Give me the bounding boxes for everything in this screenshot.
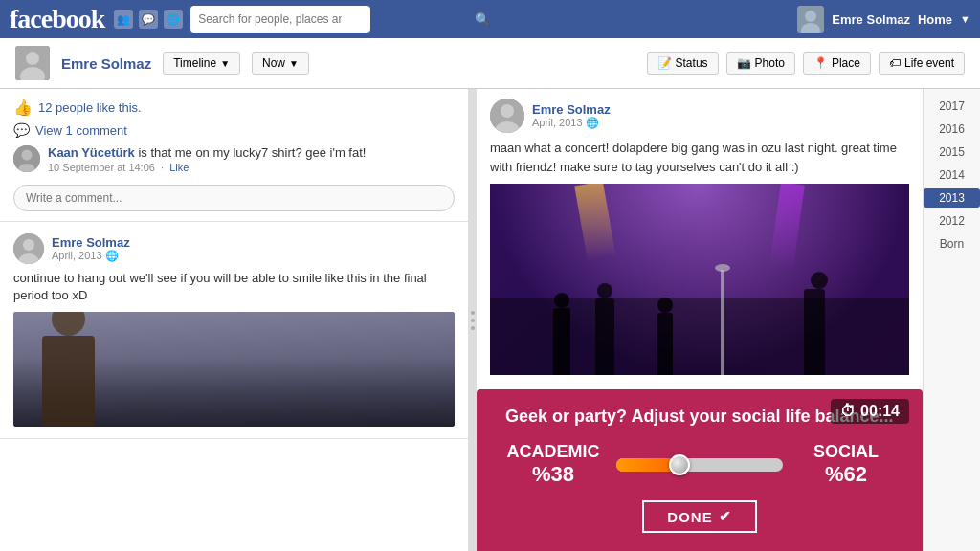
globe-icon[interactable]: 🌐 <box>164 10 183 29</box>
svg-point-4 <box>26 52 39 65</box>
post2-avatar <box>13 233 44 264</box>
post2-text: continue to hang out we'll see if you wi… <box>13 270 455 304</box>
nav-dropdown-icon[interactable]: ▼ <box>960 13 970 25</box>
chat-icon[interactable]: 💬 <box>139 10 158 29</box>
timeline-dropdown-icon: ▼ <box>220 58 230 69</box>
timeline-year-2015[interactable]: 2015 <box>924 143 980 162</box>
timeline-year-2012[interactable]: 2012 <box>924 211 980 231</box>
like-count: 12 people like this. <box>38 100 142 115</box>
now-button[interactable]: Now ▼ <box>252 52 309 75</box>
thumbs-up-icon: 👍 <box>13 99 33 117</box>
friends-icon[interactable]: 👥 <box>114 10 133 29</box>
timer-icon: ⏱ <box>840 403 856 420</box>
post2-date: April, 2013 🌐 <box>52 250 130 262</box>
timeline-year-2014[interactable]: 2014 <box>924 165 980 185</box>
profile-header: Emre Solmaz Timeline ▼ Now ▼ 📝 Status 📷 … <box>0 38 980 89</box>
svg-point-7 <box>22 150 33 161</box>
timer-value: 00:14 <box>860 403 900 420</box>
game-overlay: ⏱ 00:14 Geek or party? Adjust your socia… <box>477 389 923 551</box>
timeline-year-2016[interactable]: 2016 <box>924 120 980 139</box>
user-name-nav[interactable]: Emre Solmaz <box>832 12 910 27</box>
search-input[interactable] <box>190 6 370 33</box>
post2-privacy-icon: 🌐 <box>105 250 119 261</box>
timeline-button[interactable]: Timeline ▼ <box>163 52 240 75</box>
timeline-year-2013[interactable]: 2013 <box>924 188 980 208</box>
post3-date: April, 2013 🌐 <box>532 117 611 129</box>
view-comments-link[interactable]: View 1 comment <box>35 123 127 138</box>
search-button[interactable]: 🔍 <box>475 12 491 27</box>
right-post-avatar <box>490 99 524 133</box>
place-icon: 📍 <box>813 56 828 70</box>
svg-point-10 <box>23 239 34 251</box>
post-comments-section: 👍 12 people like this. 💬 View 1 comment … <box>0 89 468 222</box>
slider-track[interactable] <box>616 458 783 472</box>
comment-icon: 💬 <box>13 122 30 138</box>
done-button[interactable]: DONE ✔ <box>642 500 756 533</box>
post3-text: maan what a concert! dolapdere big gang … <box>490 139 909 176</box>
facebook-logo: facebook <box>10 4 104 34</box>
comment-text: is that me on my lucky7 shirt? gee i'm f… <box>138 145 366 160</box>
now-dropdown-icon: ▼ <box>289 58 299 69</box>
social-label: SOCIAL %62 <box>798 442 894 487</box>
checkmark-icon: ✔ <box>719 508 732 525</box>
status-button[interactable]: 📝 Status <box>647 52 719 75</box>
academic-label: ACADEMIC %38 <box>505 442 601 487</box>
timeline-year-2017[interactable]: 2017 <box>924 97 980 116</box>
life-event-icon: 🏷 <box>889 56 901 70</box>
place-button[interactable]: 📍 Place <box>803 52 871 75</box>
home-button[interactable]: Home <box>918 12 952 27</box>
timeline-year-Born[interactable]: Born <box>924 234 980 253</box>
post3-privacy-icon: 🌐 <box>586 117 599 128</box>
comment-row: Kaan Yücetürk is that me on my lucky7 sh… <box>13 145 455 173</box>
svg-point-1 <box>805 11 816 22</box>
profile-avatar <box>15 46 50 80</box>
slider-thumb[interactable] <box>669 454 690 475</box>
status-icon: 📝 <box>657 56 672 70</box>
like-comment-link[interactable]: Like <box>169 162 189 173</box>
photo-button[interactable]: 📷 Photo <box>726 52 795 75</box>
life-event-button[interactable]: 🏷 Life event <box>879 52 965 75</box>
comment-meta: 10 September at 14:06 · Like <box>48 162 366 173</box>
post-block-2: Emre Solmaz April, 2013 🌐 continue to ha… <box>0 222 468 439</box>
commenter-avatar <box>13 145 40 172</box>
timer-badge: ⏱ 00:14 <box>831 399 909 424</box>
user-avatar-nav <box>797 6 824 33</box>
column-divider <box>469 89 477 551</box>
right-post: Emre Solmaz April, 2013 🌐 maan what a co… <box>477 89 923 385</box>
comment-input[interactable] <box>13 185 455 211</box>
post3-author[interactable]: Emre Solmaz <box>532 102 611 117</box>
commenter-name[interactable]: Kaan Yücetürk <box>48 145 135 160</box>
photo-icon: 📷 <box>737 56 751 70</box>
post2-image <box>13 312 455 427</box>
profile-name[interactable]: Emre Solmaz <box>61 55 151 72</box>
timeline-sidebar: 201720162015201420132012Born <box>923 89 980 551</box>
svg-point-13 <box>501 104 514 118</box>
concert-image <box>490 184 909 375</box>
post2-author[interactable]: Emre Solmaz <box>52 235 130 250</box>
